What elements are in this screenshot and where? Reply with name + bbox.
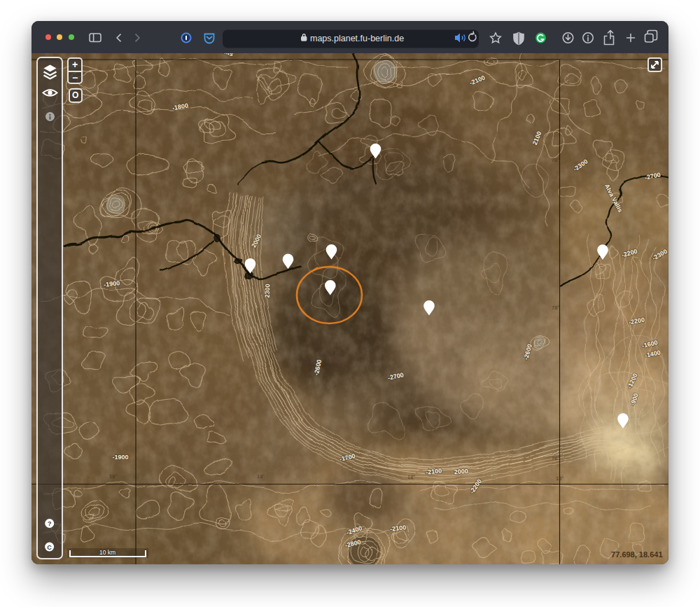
svg-text:?: ? [48,520,52,527]
svg-text:C: C [47,543,52,550]
svg-text:18°: 18° [556,475,564,481]
svg-text:-1900: -1900 [112,453,128,460]
svg-text:78°: 78° [552,304,559,310]
svg-text:18°: 18° [257,473,265,479]
svg-text:2300: 2300 [264,284,272,298]
svg-text:18°: 18° [407,473,415,480]
svg-text:2000: 2000 [454,467,468,475]
svg-text:78°: 78° [552,454,559,461]
svg-text:78°: 78° [552,156,559,162]
svg-text:maps.planet.fu-berlin.de: maps.planet.fu-berlin.de [310,33,404,43]
svg-text:18°: 18° [109,473,117,479]
